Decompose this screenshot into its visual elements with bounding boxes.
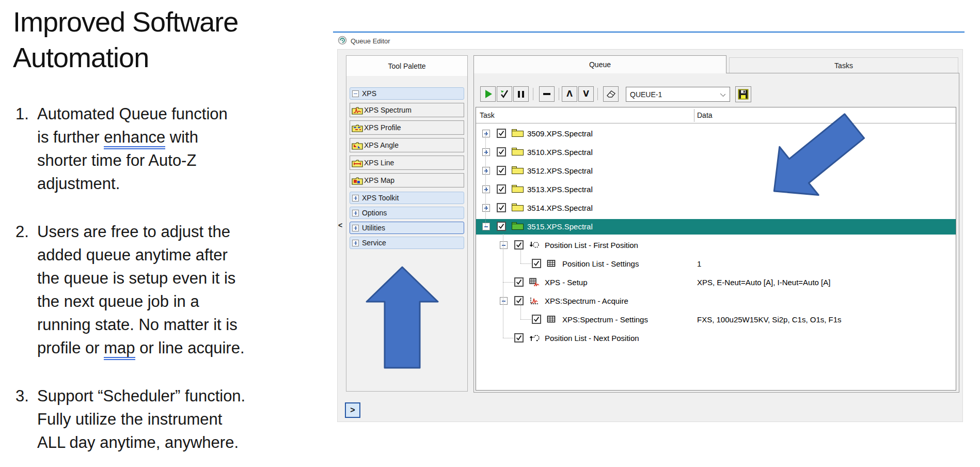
- tree-row-3515-selected[interactable]: 3515.XPS.Spectral: [476, 219, 956, 235]
- palette-group-xps[interactable]: XPS: [350, 87, 464, 100]
- list-item-text-post: or line acquire.: [135, 339, 245, 357]
- expand-plus-icon[interactable]: [352, 240, 359, 246]
- collapse-minus-icon[interactable]: [482, 223, 490, 230]
- settings-grid-icon: [547, 259, 556, 269]
- tab-tool-palette[interactable]: Tool Palette: [346, 55, 468, 76]
- folder-map-icon: [352, 176, 363, 185]
- tool-button-xps-angle[interactable]: XPS Angle: [350, 138, 464, 152]
- tree-row-3510[interactable]: 3510.XPS.Spectral: [476, 145, 956, 160]
- checkbox-checked[interactable]: [514, 277, 524, 287]
- run-queue-button[interactable]: [480, 86, 496, 102]
- tree-row-data: FXS, 100u25W15KV, Si2p, C1s, O1s, F1s: [697, 315, 842, 324]
- splitter-collapse-icon[interactable]: <: [338, 221, 342, 229]
- clear-queue-button[interactable]: [603, 86, 619, 102]
- tool-button-xps-profile[interactable]: XPS Profile: [350, 120, 464, 135]
- checkbox-checked[interactable]: [514, 240, 524, 250]
- palette-group-service[interactable]: Service: [350, 237, 464, 249]
- list-item-number: 1.: [15, 102, 37, 195]
- checkbox-checked[interactable]: [514, 296, 524, 305]
- checkbox-checked[interactable]: [497, 184, 506, 194]
- palette-group-xps-toolkit[interactable]: XPS Toolkit: [350, 192, 464, 204]
- tree-row-data: 1: [697, 259, 701, 268]
- settings-grid-icon: [547, 315, 556, 325]
- position-list-first-icon: [529, 241, 540, 251]
- queue-name-combobox[interactable]: QUEUE-1: [626, 87, 730, 102]
- tool-button-xps-line[interactable]: XPS Line: [350, 155, 464, 170]
- checkbox-checked[interactable]: [532, 315, 541, 324]
- tree-row-3514[interactable]: 3514.XPS.Spectral: [476, 200, 956, 216]
- checkbox-checked[interactable]: [514, 333, 524, 343]
- window-title: Queue Editor: [351, 37, 390, 45]
- expand-plus-icon[interactable]: [482, 130, 490, 137]
- tree-row-position-list-next[interactable]: Position List - Next Position: [476, 331, 956, 346]
- expand-plus-icon[interactable]: [352, 225, 359, 231]
- expand-plus-icon[interactable]: [352, 210, 359, 216]
- checkbox-checked[interactable]: [497, 147, 506, 157]
- palette-group-label: XPS Toolkit: [362, 194, 399, 202]
- palette-group-options[interactable]: Options: [350, 207, 464, 219]
- tab-tasks[interactable]: Tasks: [729, 57, 958, 73]
- tree-row-3513[interactable]: 3513.XPS.Spectral: [476, 182, 956, 197]
- tree-row-label: Position List - First Position: [545, 241, 638, 250]
- collapse-minus-icon[interactable]: [500, 241, 508, 249]
- tree-row-label: 3514.XPS.Spectral: [527, 204, 593, 212]
- checkbox-checked[interactable]: [497, 222, 506, 231]
- tree-row-position-list-settings[interactable]: Position List - Settings 1: [476, 256, 956, 272]
- expand-plus-icon[interactable]: [482, 148, 490, 156]
- checkbox-checked[interactable]: [497, 129, 506, 138]
- tree-row-label: 3513.XPS.Spectral: [527, 185, 593, 194]
- move-up-button[interactable]: Λ: [562, 86, 577, 102]
- folder-profile-icon: [352, 123, 363, 132]
- tab-queue[interactable]: Queue: [473, 55, 726, 73]
- queue-name-value: QUEUE-1: [630, 90, 662, 99]
- expand-panel-button[interactable]: >: [345, 402, 360, 418]
- collapse-minus-icon[interactable]: [352, 90, 359, 97]
- column-divider[interactable]: [694, 109, 694, 122]
- list-item-text: Support “Scheduler” function. Fully util…: [37, 384, 245, 454]
- tree-row-xps-setup[interactable]: XPS - Setup XPS, E-Neut=Auto [A], I-Neut…: [476, 275, 956, 290]
- play-icon: [485, 90, 492, 98]
- tab-tool-palette-label: Tool Palette: [388, 62, 425, 70]
- down-arrow-icon: V: [583, 89, 589, 99]
- tool-button-label: XPS Line: [364, 159, 394, 167]
- tab-tasks-label: Tasks: [834, 61, 853, 70]
- tree-row-3512[interactable]: 3512.XPS.Spectral: [476, 163, 956, 179]
- save-queue-button[interactable]: [735, 86, 751, 102]
- tree-row-xps-spectrum-settings[interactable]: XPS:Spectrum - Settings FXS, 100u25W15KV…: [476, 312, 956, 328]
- move-down-button[interactable]: V: [578, 86, 594, 102]
- tool-button-label: XPS Angle: [364, 141, 399, 149]
- tree-row-3509[interactable]: 3509.XPS.Spectral: [476, 126, 956, 142]
- column-header-task[interactable]: Task: [480, 111, 495, 119]
- palette-group-utilities[interactable]: Utilities: [350, 222, 464, 234]
- checkbox-checked[interactable]: [497, 166, 506, 175]
- list-item: 3. Support “Scheduler” function. Fully u…: [15, 384, 284, 454]
- spectrum-chart-icon: [529, 297, 540, 307]
- list-item-number: 2.: [15, 220, 37, 360]
- pause-icon: [518, 91, 524, 98]
- tool-button-xps-spectrum[interactable]: XPS Spectrum: [350, 103, 464, 117]
- checkbox-checked[interactable]: [532, 259, 541, 268]
- expand-plus-icon[interactable]: [482, 185, 490, 193]
- queue-editor-app-icon: [338, 36, 347, 45]
- list-item-text-pre: Users are free to adjust the added queue…: [37, 223, 238, 357]
- tree-row-position-list-first[interactable]: Position List - First Position: [476, 238, 956, 253]
- queue-task-list: Task Data 3509.XPS.Spectral 3510.XPS.Spe…: [476, 107, 956, 391]
- checkbox-checked[interactable]: [497, 203, 506, 212]
- verify-queue-button[interactable]: [497, 86, 512, 102]
- chevron-right-icon: >: [350, 406, 355, 415]
- toolbar-separator: [597, 88, 598, 100]
- tool-button-label: XPS Map: [364, 176, 394, 184]
- expand-plus-icon[interactable]: [352, 195, 359, 201]
- expand-plus-icon[interactable]: [482, 204, 490, 212]
- eraser-icon: [606, 89, 617, 99]
- expand-plus-icon[interactable]: [482, 167, 490, 175]
- tool-button-xps-map[interactable]: XPS Map: [350, 173, 464, 188]
- remove-item-button[interactable]: [539, 86, 555, 102]
- tree-row-label: Position List - Settings: [562, 259, 639, 268]
- position-list-next-icon: [529, 334, 540, 344]
- collapse-minus-icon[interactable]: [500, 297, 508, 305]
- tree-row-xps-spectrum-acquire[interactable]: XPS:Spectrum - Acquire: [476, 293, 956, 309]
- column-header-data[interactable]: Data: [697, 111, 713, 119]
- pause-queue-button[interactable]: [513, 86, 529, 102]
- tree-connector-line: [520, 245, 521, 263]
